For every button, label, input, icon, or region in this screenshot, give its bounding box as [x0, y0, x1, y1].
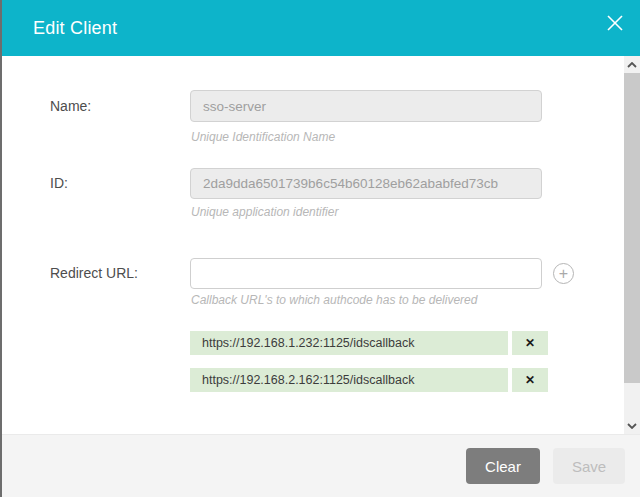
plus-icon: + — [559, 265, 568, 282]
id-helper-text: Unique application identifier — [191, 205, 338, 219]
dialog-title: Edit Client — [33, 0, 117, 56]
redirect-url-item: https://192.168.1.232:1125/idscallback — [190, 331, 508, 355]
remove-url-button[interactable]: ✕ — [512, 331, 548, 355]
id-field — [190, 168, 542, 199]
dialog-body: Name: Unique Identification Name ID: Uni… — [2, 56, 640, 434]
id-label: ID: — [50, 168, 68, 199]
dialog-header: Edit Client — [2, 0, 640, 56]
redirect-url-helper-text: Callback URL's to which authcode has to … — [191, 293, 477, 307]
remove-x-icon: ✕ — [525, 373, 535, 387]
scrollbar-thumb[interactable] — [624, 73, 640, 383]
close-button[interactable] — [604, 13, 626, 35]
clear-button[interactable]: Clear — [466, 448, 540, 484]
redirect-url-input[interactable] — [190, 258, 542, 289]
name-field — [190, 90, 542, 122]
close-icon — [606, 14, 624, 32]
remove-url-button[interactable]: ✕ — [512, 368, 548, 392]
vertical-scrollbar[interactable] — [624, 56, 640, 434]
dialog-footer: Clear Save — [2, 434, 640, 497]
name-helper-text: Unique Identification Name — [191, 130, 335, 144]
save-button[interactable]: Save — [553, 448, 625, 484]
scroll-down-button[interactable] — [624, 417, 640, 434]
name-label: Name: — [50, 90, 91, 122]
chevron-up-icon — [627, 62, 637, 68]
redirect-url-item: https://192.168.2.162:1125/idscallback — [190, 368, 508, 392]
add-redirect-url-button[interactable]: + — [553, 263, 574, 284]
redirect-url-label: Redirect URL: — [50, 258, 138, 289]
remove-x-icon: ✕ — [525, 336, 535, 350]
scroll-up-button[interactable] — [624, 56, 640, 73]
edit-client-dialog: Edit Client Name: Unique Identification … — [0, 0, 640, 497]
chevron-down-icon — [627, 423, 637, 429]
